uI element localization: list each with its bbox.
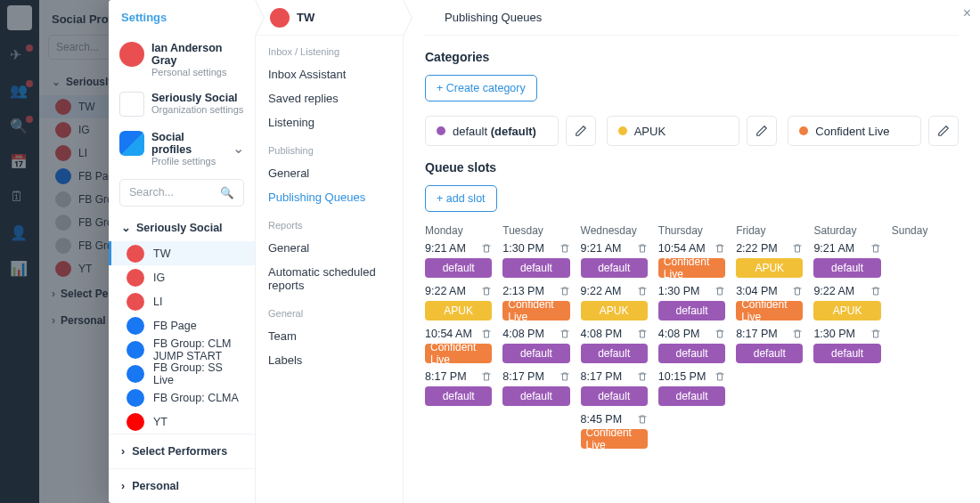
delete-slot-button[interactable] [559, 329, 570, 339]
category-box[interactable]: Confident Live [788, 116, 921, 146]
slot-category-pill[interactable]: default [581, 258, 648, 278]
queue-slot[interactable]: 8:17 PMdefault [502, 370, 569, 406]
slot-category-pill[interactable]: default [581, 344, 648, 363]
breadcrumb-settings[interactable]: Settings [109, 0, 255, 35]
slot-category-pill[interactable]: APUK [425, 301, 492, 320]
nav-item[interactable]: Listening [256, 110, 403, 134]
slot-category-pill[interactable]: Confident Live [425, 344, 492, 363]
profile-row[interactable]: FB Group: CLM JUMP START [109, 337, 255, 361]
nav-item[interactable]: General [256, 161, 403, 185]
queue-slot[interactable]: 9:22 AMAPUK [813, 285, 880, 320]
slot-category-pill[interactable]: default [658, 386, 725, 406]
nav-item[interactable]: Labels [256, 348, 403, 372]
queue-slot[interactable]: 4:08 PMdefault [502, 328, 569, 363]
queue-slot[interactable]: 9:21 AMdefault [813, 242, 880, 278]
nav-item[interactable]: Saved replies [256, 86, 403, 110]
delete-slot-button[interactable] [715, 243, 725, 254]
slot-category-pill[interactable]: default [736, 344, 803, 363]
nav-item[interactable]: Publishing Queues [256, 185, 403, 209]
profile-group[interactable]: ⌄Seriously Social [109, 214, 255, 241]
add-slot-button[interactable]: + add slot [425, 185, 497, 212]
queue-slot[interactable]: 10:15 PMdefault [658, 370, 725, 406]
profile-row[interactable]: YT [109, 410, 255, 434]
edit-category-button[interactable] [747, 116, 777, 146]
queue-slot[interactable]: 2:13 PMConfident Live [502, 285, 569, 320]
queue-slot[interactable]: 1:30 PMdefault [502, 242, 569, 278]
delete-slot-button[interactable] [481, 243, 492, 254]
slot-category-pill[interactable]: default [581, 386, 648, 406]
delete-slot-button[interactable] [559, 243, 570, 254]
delete-slot-button[interactable] [637, 243, 648, 254]
delete-slot-button[interactable] [637, 329, 648, 339]
queue-slot[interactable]: 4:08 PMdefault [658, 328, 725, 363]
queue-slot[interactable]: 3:04 PMConfident Live [736, 285, 803, 320]
delete-slot-button[interactable] [792, 243, 803, 254]
delete-slot-button[interactable] [481, 286, 492, 296]
slot-category-pill[interactable]: default [813, 258, 880, 278]
close-button[interactable]: × [963, 5, 971, 21]
create-category-button[interactable]: + Create category [425, 75, 537, 101]
slot-category-pill[interactable]: Confident Live [581, 429, 648, 449]
delete-slot-button[interactable] [870, 243, 881, 254]
delete-slot-button[interactable] [559, 286, 570, 296]
queue-slot[interactable]: 2:22 PMAPUK [736, 242, 803, 278]
delete-slot-button[interactable] [715, 286, 725, 296]
queue-slot[interactable]: 1:30 PMdefault [813, 328, 880, 363]
account-profiles[interactable]: Social profiles Profile settings ⌄ [109, 124, 255, 174]
delete-slot-button[interactable] [715, 329, 725, 339]
delete-slot-button[interactable] [792, 286, 803, 296]
delete-slot-button[interactable] [637, 414, 648, 425]
slot-category-pill[interactable]: default [502, 344, 569, 363]
category-box[interactable]: default (default) [425, 116, 559, 146]
queue-slot[interactable]: 9:22 AMAPUK [425, 285, 492, 320]
slot-category-pill[interactable]: default [813, 344, 880, 363]
breadcrumb-profile[interactable]: TW [256, 0, 403, 36]
account-user[interactable]: Ian Anderson Gray Personal settings [109, 35, 255, 85]
slot-category-pill[interactable]: default [425, 386, 492, 406]
queue-slot[interactable]: 8:17 PMdefault [425, 370, 492, 406]
delete-slot-button[interactable] [637, 286, 648, 296]
delete-slot-button[interactable] [870, 329, 881, 339]
queue-slot[interactable]: 9:21 AMdefault [581, 242, 648, 278]
delete-slot-button[interactable] [870, 286, 881, 296]
delete-slot-button[interactable] [637, 371, 648, 382]
delete-slot-button[interactable] [792, 329, 803, 339]
queue-slot[interactable]: 9:21 AMdefault [425, 242, 492, 278]
nav-item[interactable]: Automatic scheduled reports [256, 260, 403, 297]
queue-slot[interactable]: 10:54 AMConfident Live [425, 328, 492, 363]
queue-slot[interactable]: 10:54 AMConfident Live [658, 242, 725, 278]
account-org[interactable]: Seriously Social Organization settings [109, 85, 255, 124]
slot-category-pill[interactable]: default [658, 301, 725, 320]
queue-slot[interactable]: 8:45 PMConfident Live [581, 413, 648, 449]
nav-item[interactable]: Inbox Assistant [256, 62, 403, 86]
edit-category-button[interactable] [566, 116, 596, 146]
slot-category-pill[interactable]: Confident Live [736, 301, 803, 320]
profile-row[interactable]: FB Page [109, 313, 255, 337]
profile-row[interactable]: TW [109, 241, 255, 265]
slot-category-pill[interactable]: APUK [581, 301, 648, 320]
slot-category-pill[interactable]: default [658, 344, 725, 363]
delete-slot-button[interactable] [559, 371, 570, 382]
queue-slot[interactable]: 1:30 PMdefault [658, 285, 725, 320]
queue-slot[interactable]: 9:22 AMAPUK [581, 285, 648, 320]
profile-row[interactable]: FB Group: CLMA [109, 385, 255, 410]
queue-slot[interactable]: 8:17 PMdefault [736, 328, 803, 363]
edit-category-button[interactable] [928, 116, 959, 146]
nav-item[interactable]: General [256, 236, 403, 260]
delete-slot-button[interactable] [481, 371, 492, 382]
collapser-personal[interactable]: ›Personal [109, 468, 255, 503]
category-box[interactable]: APUK [607, 116, 740, 146]
slot-category-pill[interactable]: APUK [813, 301, 880, 320]
queue-slot[interactable]: 4:08 PMdefault [581, 328, 648, 363]
delete-slot-button[interactable] [715, 371, 725, 382]
profile-row[interactable]: LI [109, 289, 255, 313]
slot-category-pill[interactable]: default [502, 386, 569, 406]
slot-category-pill[interactable]: default [425, 258, 492, 278]
profile-row[interactable]: IG [109, 265, 255, 289]
profile-row[interactable]: FB Group: SS Live [109, 361, 255, 385]
queue-slot[interactable]: 8:17 PMdefault [581, 370, 648, 406]
collapser-select-performers[interactable]: ›Select Performers [109, 434, 255, 468]
delete-slot-button[interactable] [481, 329, 492, 339]
slot-category-pill[interactable]: APUK [736, 258, 803, 278]
nav-item[interactable]: Team [256, 324, 403, 348]
